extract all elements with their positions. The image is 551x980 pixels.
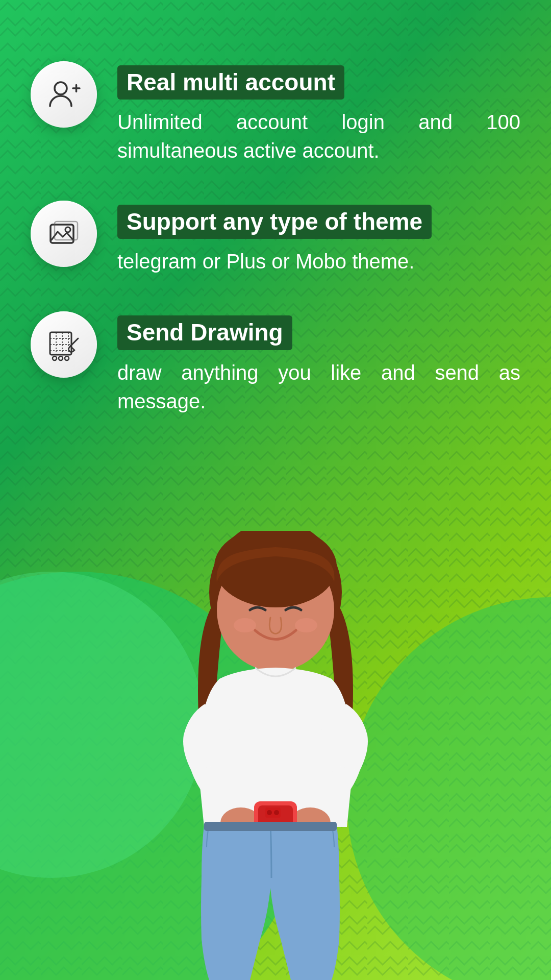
feature-title-multi-account: Real multi account xyxy=(117,65,344,100)
feature-icon-theme xyxy=(31,201,97,267)
svg-point-4 xyxy=(65,227,70,232)
feature-title-drawing: Send Drawing xyxy=(117,315,292,350)
feature-text-multi-account: Real multi account Unlimited account log… xyxy=(117,61,520,165)
svg-point-22 xyxy=(295,618,317,632)
feature-icon-drawing xyxy=(31,311,97,378)
user-plus-icon xyxy=(47,78,81,111)
feature-item-drawing: Send Drawing draw anything you like and … xyxy=(31,311,520,415)
svg-point-21 xyxy=(234,618,256,632)
svg-point-14 xyxy=(53,356,57,360)
svg-point-0 xyxy=(55,82,67,94)
svg-point-30 xyxy=(274,810,279,815)
svg-point-15 xyxy=(59,356,63,360)
svg-point-16 xyxy=(65,356,69,360)
svg-rect-31 xyxy=(204,822,337,831)
drawing-palette-icon xyxy=(47,328,81,361)
feature-desc-drawing: draw anything you like and send as messa… xyxy=(117,358,520,415)
person-svg xyxy=(102,531,449,980)
feature-desc-theme: telegram or Plus or Mobo theme. xyxy=(117,247,520,276)
feature-icon-multi-account xyxy=(31,61,97,128)
features-section: Real multi account Unlimited account log… xyxy=(0,0,551,472)
person-illustration xyxy=(102,531,449,980)
feature-text-theme: Support any type of theme telegram or Pl… xyxy=(117,201,520,276)
feature-text-drawing: Send Drawing draw anything you like and … xyxy=(117,311,520,415)
feature-item-theme: Support any type of theme telegram or Pl… xyxy=(31,201,520,276)
image-gallery-icon xyxy=(47,217,81,251)
feature-item-multi-account: Real multi account Unlimited account log… xyxy=(31,61,520,165)
svg-point-29 xyxy=(267,810,272,815)
feature-desc-multi-account: Unlimited account login and 100 simultan… xyxy=(117,108,520,165)
feature-title-theme: Support any type of theme xyxy=(117,205,432,239)
content-wrapper: Real multi account Unlimited account log… xyxy=(0,0,551,980)
